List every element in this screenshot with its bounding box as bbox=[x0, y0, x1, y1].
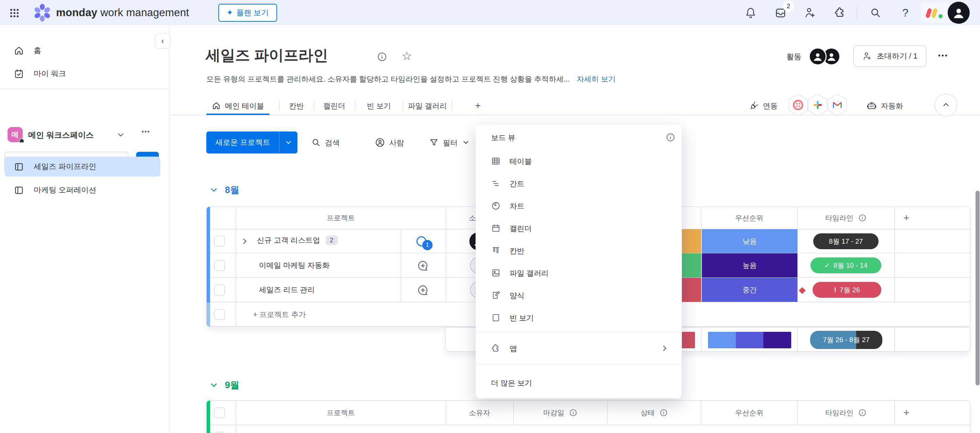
column-header-timeline[interactable]: 타임라인 bbox=[797, 207, 894, 229]
menu-item-blank-view[interactable]: 빈 보기 bbox=[483, 308, 675, 328]
favorite-star-icon[interactable]: ☆ bbox=[402, 49, 412, 62]
menu-item-apps[interactable]: 앱 bbox=[483, 338, 675, 358]
workspace-avatar[interactable]: 메 bbox=[8, 127, 23, 142]
workspace-chevron-down-icon[interactable] bbox=[116, 131, 125, 139]
search-icon bbox=[311, 138, 321, 147]
search-button[interactable]: 검색 bbox=[311, 135, 340, 150]
board-icon bbox=[14, 161, 24, 172]
person-filter-button[interactable]: 사람 bbox=[375, 135, 404, 150]
timeline-pill[interactable]: 8월 17 - 27 bbox=[813, 233, 878, 249]
menu-item-more-views[interactable]: 더 많은 보기 bbox=[483, 373, 675, 393]
column-header-owner[interactable]: 소유자 bbox=[445, 401, 513, 425]
scrollbar-thumb[interactable] bbox=[975, 191, 980, 385]
group-color-bar-faded bbox=[207, 302, 210, 327]
priority-cell[interactable]: 낮음 bbox=[702, 229, 797, 253]
subitems-count-badge[interactable]: 2 bbox=[326, 235, 338, 245]
sidebar-collapse-button[interactable]: ‹ bbox=[155, 33, 170, 49]
priority-summary-bar[interactable] bbox=[708, 332, 791, 348]
row-checkbox[interactable] bbox=[214, 236, 225, 246]
help-icon[interactable]: ? bbox=[899, 6, 912, 20]
view-plans-button[interactable]: ✦ 플랜 보기 bbox=[218, 4, 277, 22]
tab-calendar[interactable]: 캘린더 bbox=[317, 97, 352, 114]
add-column-button[interactable]: + bbox=[894, 401, 918, 425]
chat-count-badge: 1 bbox=[422, 240, 433, 250]
page-title[interactable]: 세일즈 파이프라인 bbox=[206, 45, 328, 66]
priority-cell[interactable]: 중간 bbox=[702, 278, 797, 302]
info-icon bbox=[858, 214, 867, 222]
tab-separator bbox=[403, 101, 403, 111]
invite-members-icon[interactable] bbox=[803, 6, 817, 20]
user-avatar[interactable] bbox=[948, 2, 970, 24]
menu-item-form[interactable]: 양식 bbox=[483, 285, 675, 305]
column-header-status[interactable]: 상태 bbox=[607, 401, 701, 425]
invite-button[interactable]: 초대하기 / 1 bbox=[853, 45, 926, 67]
integrate-button[interactable]: 연동 bbox=[743, 97, 784, 114]
board-info-icon[interactable] bbox=[377, 52, 387, 62]
group-header-september[interactable]: 9월 bbox=[209, 379, 239, 391]
app-grid-icon[interactable] bbox=[9, 8, 20, 19]
add-chat-icon[interactable] bbox=[417, 284, 430, 297]
board-menu-dots[interactable]: ••• bbox=[938, 52, 948, 59]
column-header-due[interactable]: 마감일 bbox=[513, 401, 607, 425]
add-project-row[interactable]: + 프로젝트 추가 bbox=[207, 425, 971, 433]
column-header-timeline[interactable]: 타임라인 bbox=[797, 401, 894, 425]
project-name[interactable]: 이메일 마케팅 자동화 bbox=[259, 260, 329, 270]
column-header-priority[interactable]: 우선순위 bbox=[701, 207, 797, 229]
project-name[interactable]: 세일즈 리드 관리 bbox=[259, 284, 315, 295]
timeline-summary-pill[interactable]: 7월 26 - 8월 27 bbox=[810, 331, 882, 349]
tab-blank-view[interactable]: 빈 보기 bbox=[358, 97, 399, 114]
menu-item-calendar[interactable]: 캘린더 bbox=[483, 218, 675, 238]
column-header-project[interactable]: 프로젝트 bbox=[236, 207, 445, 229]
apps-marketplace-icon[interactable] bbox=[833, 6, 847, 20]
see-more-link[interactable]: 자세히 보기 bbox=[577, 75, 616, 83]
menu-item-gantt[interactable]: 간트 bbox=[483, 174, 675, 193]
timeline-pill[interactable]: ✓ 8월 10 - 14 bbox=[810, 257, 881, 273]
add-column-button[interactable]: + bbox=[894, 207, 918, 229]
project-name[interactable]: 신규 고객 리스트업 2 bbox=[257, 235, 338, 245]
menu-item-table[interactable]: 테이블 bbox=[483, 151, 675, 171]
activity-label[interactable]: 활동 bbox=[786, 52, 802, 62]
tab-main-table[interactable]: 메인 테이블 bbox=[206, 97, 270, 114]
tab-file-gallery[interactable]: 파일 갤러리 bbox=[406, 97, 449, 114]
row-checkbox[interactable] bbox=[214, 260, 225, 271]
group-checkbox[interactable] bbox=[214, 407, 225, 418]
sidebar-item-home[interactable]: 홈 bbox=[5, 41, 160, 61]
collapse-header-button[interactable] bbox=[935, 94, 957, 116]
row-checkbox[interactable] bbox=[214, 284, 225, 295]
menu-item-chart[interactable]: 차트 bbox=[483, 196, 675, 216]
activity-avatar[interactable] bbox=[809, 48, 827, 66]
group-collapse-chevron-icon bbox=[209, 380, 219, 390]
image-icon bbox=[491, 268, 501, 278]
sidebar-item-my-work[interactable]: 마이 워크 bbox=[5, 64, 160, 84]
info-icon[interactable] bbox=[666, 133, 675, 142]
sidebar-board-sales-pipeline[interactable]: 세일즈 파이프라인 bbox=[5, 157, 160, 177]
menu-item-file-gallery[interactable]: 파일 갤러리 bbox=[483, 263, 675, 283]
integration-gmail-icon[interactable] bbox=[826, 94, 849, 116]
search-icon[interactable] bbox=[869, 6, 882, 20]
chat-bubble-icon[interactable]: 1 bbox=[415, 234, 428, 248]
filter-button[interactable]: 필터 bbox=[429, 135, 470, 150]
new-project-dropdown-caret[interactable] bbox=[280, 138, 298, 147]
workspace-menu-dots[interactable]: ••• bbox=[142, 128, 150, 136]
new-project-button[interactable]: 새로운 프로젝트 bbox=[206, 131, 298, 153]
menu-item-kanban[interactable]: 칸반 bbox=[483, 241, 675, 260]
notifications-bell-icon[interactable] bbox=[744, 6, 757, 20]
product-switcher-chip[interactable] bbox=[921, 3, 950, 23]
automate-button[interactable]: 자동화 bbox=[859, 97, 910, 114]
column-header-priority[interactable]: 우선순위 bbox=[701, 401, 797, 425]
tab-kanban[interactable]: 칸반 bbox=[283, 97, 310, 114]
table-icon bbox=[491, 156, 501, 166]
info-icon bbox=[858, 409, 867, 417]
add-view-button[interactable]: + bbox=[468, 97, 488, 114]
robot-icon bbox=[867, 101, 877, 111]
add-chat-icon[interactable] bbox=[417, 259, 430, 272]
chevron-right-icon bbox=[660, 344, 669, 353]
row-checkbox[interactable] bbox=[214, 309, 225, 320]
timeline-pill[interactable]: ! 7월 26 bbox=[813, 282, 881, 298]
sidebar-board-marketing-operations[interactable]: 마케팅 오퍼레이션 bbox=[5, 180, 160, 200]
group-header-august[interactable]: 8월 bbox=[209, 184, 239, 196]
workspace-name[interactable]: 메인 워크스페이스 bbox=[28, 130, 94, 141]
priority-cell[interactable]: 높음 bbox=[702, 253, 797, 277]
column-header-project[interactable]: 프로젝트 bbox=[236, 401, 445, 425]
expand-subitems-chevron-icon[interactable] bbox=[240, 237, 249, 246]
